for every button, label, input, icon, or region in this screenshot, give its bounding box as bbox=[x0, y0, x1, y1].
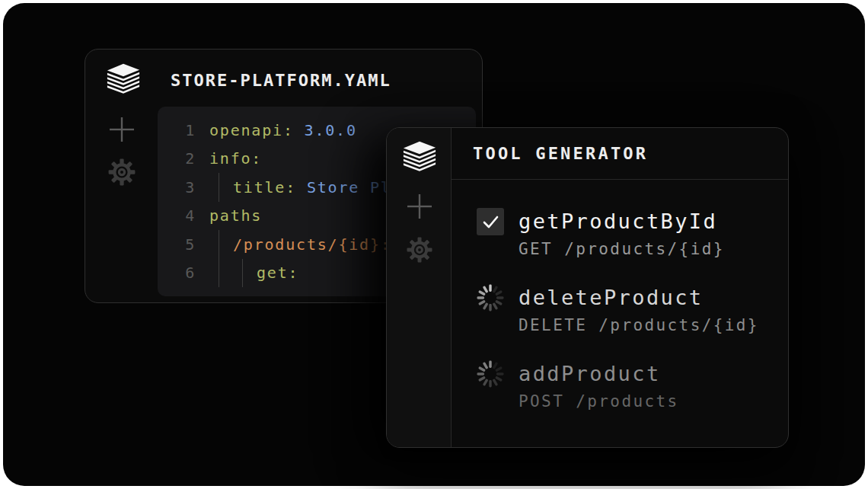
tool-name: deleteProduct bbox=[519, 283, 759, 312]
code-token: openapi: bbox=[209, 121, 294, 139]
spinner-icon bbox=[476, 283, 505, 312]
tool-item-addProduct[interactable]: addProductPOST /products bbox=[476, 360, 788, 411]
line-number: 6 bbox=[177, 264, 196, 282]
line-number: 4 bbox=[177, 206, 196, 225]
dark-canvas: STORE-PLATFORM.YAML bbox=[3, 3, 865, 486]
indent-guide bbox=[219, 230, 233, 259]
spinner-icon bbox=[476, 360, 505, 388]
line-number: 5 bbox=[177, 235, 196, 254]
code-token: /products/{id}: bbox=[233, 235, 391, 254]
code-token: 3.0.0 bbox=[294, 121, 357, 139]
tool-endpoint: DELETE /products/{id} bbox=[519, 316, 759, 334]
check-icon bbox=[477, 208, 504, 235]
generator-sidebar bbox=[387, 128, 452, 447]
line-number: 2 bbox=[177, 149, 196, 168]
line-number: 3 bbox=[177, 178, 196, 197]
tool-item-deleteProduct[interactable]: deleteProductDELETE /products/{id} bbox=[476, 283, 788, 334]
settings-gear-button[interactable] bbox=[406, 236, 433, 264]
indent-guide bbox=[242, 259, 257, 288]
code-token: paths bbox=[209, 206, 262, 225]
add-file-button[interactable] bbox=[107, 115, 136, 144]
code-token: info: bbox=[209, 149, 262, 168]
tool-endpoint: POST /products bbox=[519, 392, 679, 411]
tool-status-cell bbox=[476, 360, 505, 388]
tool-item-getProductById[interactable]: getProductByIdGET /products/{id} bbox=[476, 207, 788, 258]
code-token: get: bbox=[257, 264, 298, 282]
generator-header: TOOL GENERATOR bbox=[452, 128, 788, 180]
file-stack-icon[interactable] bbox=[403, 141, 436, 173]
indent-guide bbox=[219, 259, 233, 288]
tool-generator-panel: TOOL GENERATOR getProductByIdGET /produc… bbox=[386, 127, 789, 448]
editor-file-title: STORE-PLATFORM.YAML bbox=[171, 71, 391, 90]
line-number: 1 bbox=[177, 121, 196, 139]
tool-endpoint: GET /products/{id} bbox=[519, 240, 725, 258]
tool-name: addProduct bbox=[519, 360, 679, 388]
tool-list: getProductByIdGET /products/{id} deleteP… bbox=[452, 180, 788, 447]
generator-title: TOOL GENERATOR bbox=[473, 144, 648, 163]
tool-status-cell bbox=[476, 207, 505, 236]
file-stack-icon bbox=[107, 63, 140, 95]
tool-name: getProductById bbox=[519, 207, 725, 236]
code-token: title: bbox=[233, 178, 296, 197]
settings-gear-button[interactable] bbox=[107, 158, 136, 187]
indent-guide bbox=[219, 173, 233, 202]
tool-checkbox-checked[interactable] bbox=[477, 208, 504, 235]
add-tool-button[interactable] bbox=[405, 192, 434, 221]
tool-status-cell bbox=[476, 283, 505, 312]
